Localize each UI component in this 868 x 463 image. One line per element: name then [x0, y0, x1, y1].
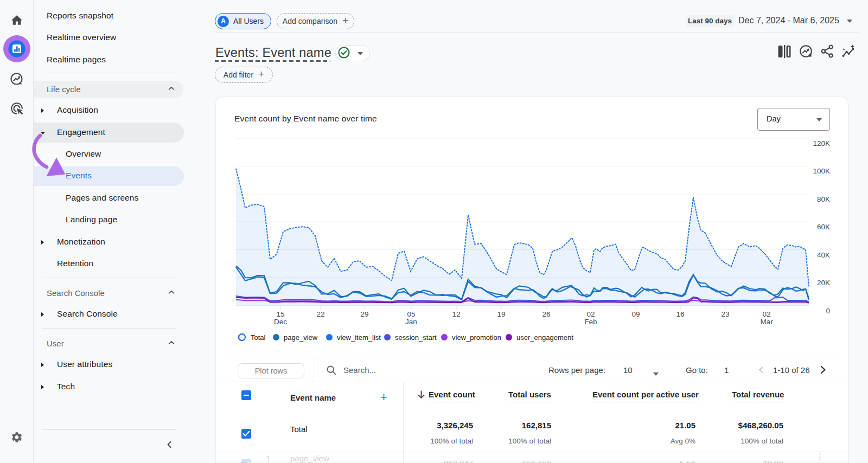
svg-text:05: 05 — [407, 310, 415, 318]
svg-text:120K: 120K — [813, 139, 830, 147]
svg-text:40K: 40K — [817, 251, 830, 259]
svg-text:60K: 60K — [817, 223, 830, 231]
svg-text:20K: 20K — [817, 279, 830, 287]
svg-text:26: 26 — [542, 310, 550, 318]
svg-text:Feb: Feb — [584, 318, 597, 326]
svg-text:0: 0 — [826, 307, 830, 315]
svg-text:02: 02 — [762, 310, 770, 318]
svg-text:Dec: Dec — [274, 318, 287, 326]
svg-text:19: 19 — [497, 310, 505, 318]
svg-text:Jan: Jan — [405, 318, 417, 326]
svg-text:Mar: Mar — [760, 318, 773, 326]
svg-text:02: 02 — [586, 310, 595, 318]
svg-text:23: 23 — [721, 310, 729, 318]
svg-text:16: 16 — [676, 310, 684, 318]
svg-text:100K: 100K — [813, 167, 830, 175]
svg-text:80K: 80K — [817, 195, 830, 203]
svg-text:29: 29 — [360, 310, 368, 318]
svg-text:12: 12 — [452, 310, 460, 318]
svg-text:15: 15 — [276, 310, 284, 318]
svg-text:22: 22 — [316, 310, 324, 318]
svg-text:09: 09 — [631, 310, 640, 318]
